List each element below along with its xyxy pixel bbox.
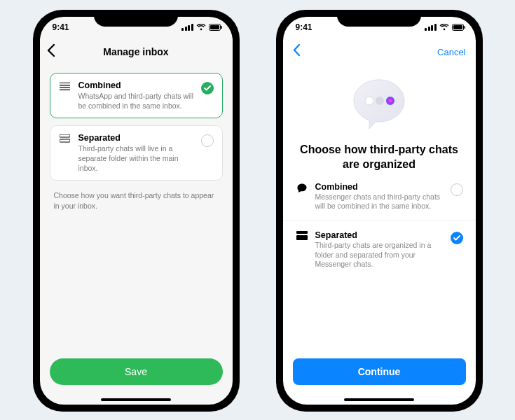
home-indicator[interactable] [101, 398, 171, 401]
phone-whatsapp: 9:41 Manage inbox Combined [33, 10, 240, 412]
heading: Choose how third-party chats are organiz… [283, 143, 476, 172]
option-desc: WhatsApp and third-party chats will be c… [78, 92, 194, 111]
svg-rect-11 [464, 26, 465, 29]
status-time: 9:41 [296, 22, 313, 32]
unselected-radio-icon [201, 134, 214, 147]
hero-illustration [283, 76, 476, 136]
navbar: Cancel [283, 38, 476, 66]
option-text: Separated Third-party chats will live in… [78, 133, 194, 173]
wifi-icon [439, 24, 449, 31]
combined-list-icon [59, 80, 71, 91]
screen-whatsapp: 9:41 Manage inbox Combined [40, 17, 233, 405]
page-title: Manage inbox [103, 46, 168, 57]
status-indicators [425, 24, 466, 31]
svg-rect-8 [60, 139, 70, 142]
back-button[interactable] [293, 44, 301, 59]
option-separated[interactable]: Separated Third-party chats are organize… [283, 220, 476, 278]
wifi-icon [196, 24, 206, 31]
selected-check-icon [201, 82, 214, 94]
battery-icon [209, 24, 223, 31]
continue-button[interactable]: Continue [293, 358, 466, 385]
option-combined[interactable]: Combined WhatsApp and third-party chats … [50, 73, 223, 118]
option-desc: Third-party chats are organized in a fol… [315, 241, 444, 270]
selected-check-icon [451, 232, 463, 244]
home-indicator[interactable] [344, 398, 414, 401]
device-notch [337, 10, 421, 27]
svg-point-14 [386, 97, 394, 105]
navbar: Manage inbox [40, 38, 233, 66]
cancel-button[interactable]: Cancel [437, 47, 465, 57]
option-title: Combined [315, 182, 444, 192]
separated-list-icon [59, 133, 71, 144]
option-desc: Messenger chats and third-party chats wi… [315, 192, 444, 211]
status-indicators [181, 24, 223, 31]
footer-note: Choose how you want third-party chats to… [54, 190, 219, 211]
signal-icon [425, 24, 437, 31]
unselected-radio-icon [451, 183, 463, 196]
option-title: Combined [78, 80, 194, 90]
svg-rect-7 [60, 134, 70, 137]
save-button-label: Save [125, 366, 147, 377]
svg-rect-2 [221, 26, 222, 29]
option-title: Separated [315, 230, 444, 240]
svg-rect-1 [210, 25, 219, 29]
folder-icon [296, 230, 308, 240]
phone-messenger: 9:41 Cancel [276, 10, 483, 412]
option-desc: Third-party chats will live in a separat… [78, 144, 194, 173]
svg-point-12 [365, 97, 373, 105]
option-combined[interactable]: Combined Messenger chats and third-party… [283, 172, 476, 220]
option-separated[interactable]: Separated Third-party chats will live in… [50, 125, 223, 181]
battery-icon [452, 24, 466, 31]
option-text: Combined Messenger chats and third-party… [315, 182, 444, 211]
status-time: 9:41 [53, 22, 69, 32]
option-title: Separated [78, 133, 194, 143]
signal-icon [181, 24, 193, 31]
save-button[interactable]: Save [50, 358, 223, 385]
option-text: Combined WhatsApp and third-party chats … [78, 80, 194, 111]
svg-rect-10 [453, 25, 462, 29]
svg-point-13 [376, 97, 384, 105]
screen-messenger: 9:41 Cancel [283, 17, 476, 405]
option-text: Separated Third-party chats are organize… [315, 230, 444, 270]
chat-bubble-icon [296, 182, 308, 194]
svg-rect-16 [296, 235, 308, 240]
device-notch [94, 10, 178, 27]
svg-rect-15 [296, 231, 308, 234]
back-button[interactable] [47, 44, 55, 60]
continue-button-label: Continue [358, 366, 401, 377]
